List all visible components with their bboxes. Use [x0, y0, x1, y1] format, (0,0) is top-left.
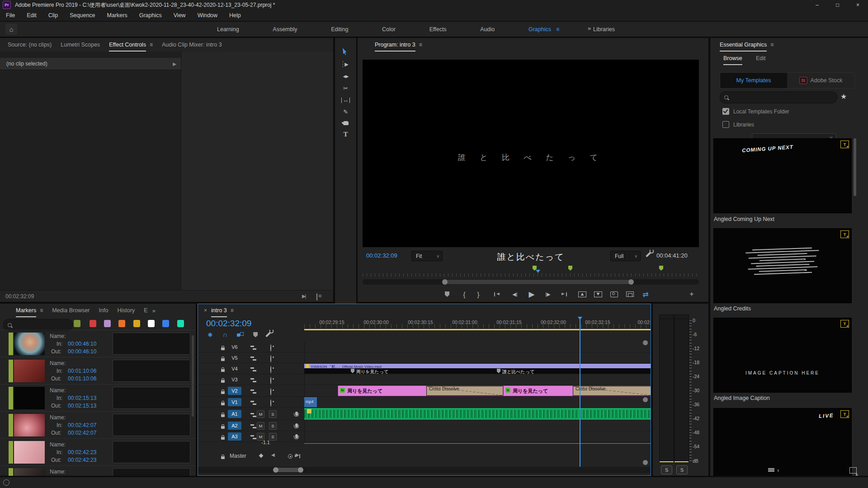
tab-effect-controls[interactable]: Effect Controls — [109, 42, 146, 52]
out-timecode[interactable]: 00:02:42:07 — [68, 430, 96, 436]
marker-comment-box[interactable] — [113, 441, 190, 463]
mark-out-button[interactable]: } — [473, 289, 483, 299]
add-button[interactable]: + — [687, 289, 697, 299]
my-templates-toggle[interactable]: My Templates — [720, 72, 788, 89]
program-playhead-icon[interactable] — [536, 270, 540, 273]
out-timecode[interactable]: 00:02:42:23 — [68, 457, 96, 463]
marker-comment-box[interactable] — [113, 414, 190, 436]
solo-left-button[interactable]: S — [661, 465, 672, 474]
add-marker-icon[interactable] — [253, 332, 258, 338]
menu-edit[interactable]: Edit — [21, 12, 42, 19]
program-ruler-ticks[interactable] — [363, 273, 699, 277]
workspace-graphics[interactable]: Graphics — [528, 26, 551, 33]
add-keyframe-icon[interactable] — [288, 454, 292, 459]
libraries-checkbox[interactable] — [722, 121, 729, 128]
clip-marker-icon[interactable] — [351, 369, 354, 373]
templates-scrollbar[interactable] — [854, 138, 856, 196]
solo-button[interactable]: S — [269, 422, 277, 430]
tab-history[interactable]: History — [117, 307, 135, 314]
program-marker-strip[interactable] — [363, 266, 699, 274]
workspace-menu-icon[interactable]: ≡ — [556, 26, 559, 33]
new-layer-icon[interactable] — [849, 467, 857, 474]
adobe-stock-toggle[interactable]: St Adobe Stock — [787, 72, 855, 89]
marker-list-item[interactable]: Name: In: 00:00:46:10 Out: 00:00:46:10 — [0, 330, 196, 357]
lock-icon[interactable] — [221, 391, 225, 394]
menu-help[interactable]: Help — [223, 12, 247, 19]
audio-clip[interactable] — [304, 408, 651, 420]
selection-tool-icon[interactable] — [343, 48, 349, 55]
timeline-panel-menu-icon[interactable]: ≡ — [231, 307, 234, 314]
go-to-in-button[interactable] — [492, 289, 502, 299]
graphic-clip[interactable]: fx 周りを見たって Cross Dissolve — [503, 385, 651, 396]
play-in-out-icon[interactable]: ▶| — [302, 293, 305, 299]
track-visibility-eye-icon[interactable] — [270, 377, 271, 384]
close-sequence-icon[interactable]: × — [204, 307, 207, 314]
essential-graphics-menu-icon[interactable]: ≡ — [770, 42, 774, 48]
hand-tool-icon[interactable] — [343, 121, 349, 125]
template-thumb-live[interactable]: LIVE T — [713, 408, 852, 476]
lock-icon[interactable] — [221, 347, 225, 350]
menu-file[interactable]: File — [0, 12, 21, 19]
nest-toggle-icon[interactable]: ∗ — [207, 330, 213, 339]
lock-icon[interactable] — [221, 426, 225, 429]
sequence-marker-icon[interactable] — [659, 266, 663, 271]
cross-dissolve-transition[interactable]: Cross Dissolve — [426, 386, 503, 396]
track-height-handle[interactable] — [643, 460, 648, 465]
track-name[interactable]: A1 — [228, 410, 241, 418]
timeline-playhead[interactable] — [580, 317, 580, 467]
sync-lock-icon[interactable] — [250, 435, 256, 439]
timeline-horizontal-scrollbar[interactable] — [198, 467, 651, 473]
expand-arrow-icon[interactable]: ▶ — [173, 61, 176, 66]
template-thumb-image-caption[interactable]: IMAGE CAPTION HERE T — [713, 318, 852, 393]
tab-info[interactable]: Info — [99, 307, 108, 314]
sync-lock-icon[interactable] — [250, 346, 256, 350]
marker-list-item[interactable]: Name: In: 00:02:42:23 Out: 00:02:42:23 — [0, 438, 196, 466]
voiceover-mic-icon[interactable] — [295, 423, 298, 427]
sequence-tab[interactable]: intro 3 — [211, 307, 227, 317]
in-timecode[interactable]: 00:02:15:13 — [68, 395, 96, 401]
in-timecode[interactable]: 00:02:42:23 — [68, 449, 96, 455]
marker-comment-box[interactable] — [113, 468, 190, 476]
sequence-marker-icon[interactable] — [568, 266, 572, 271]
lock-icon[interactable] — [221, 414, 225, 417]
tab-source[interactable]: Source: (no clips) — [8, 42, 52, 48]
minimize-button[interactable]: – — [807, 0, 827, 10]
marker-list-item[interactable]: Name: In: 00:02:15:13 Out: 00:02:15:13 — [0, 384, 196, 412]
step-back-button[interactable]: ◀| — [510, 289, 520, 299]
marker-list-item[interactable]: Name: In: 00:03:09:26 Out: 00:03:09:26 — [0, 465, 196, 476]
tab-lumetri-scopes[interactable]: Lumetri Scopes — [61, 42, 100, 48]
timeline-timecode[interactable]: 00:02:32:09 — [206, 319, 251, 328]
global-fx-mute-button[interactable]: ⇄ — [641, 289, 651, 299]
libraries-row[interactable]: Libraries — [722, 121, 754, 128]
menu-sequence[interactable]: Sequence — [64, 12, 101, 19]
in-timecode[interactable]: 00:00:46:10 — [68, 341, 96, 347]
sync-lock-icon[interactable] — [250, 389, 256, 394]
marker-color-swatch[interactable] — [74, 320, 80, 327]
sync-lock-icon[interactable] — [250, 357, 256, 361]
marker-list-item[interactable]: Name: In: 00:02:42:07 Out: 00:02:42:07 — [0, 411, 196, 439]
out-timecode[interactable]: 00:00:46:10 — [68, 348, 96, 355]
cross-dissolve-transition[interactable]: Cross Dissolve — [573, 386, 651, 396]
track-name[interactable]: V5 — [228, 354, 241, 362]
solo-button[interactable]: S — [269, 410, 277, 418]
play-button[interactable]: ▶ — [527, 289, 537, 299]
workspace-editing[interactable]: Editing — [331, 26, 348, 33]
workspace-audio[interactable]: Audio — [480, 26, 495, 33]
menu-clip[interactable]: Clip — [42, 12, 64, 19]
tab-effects-clipped[interactable]: E — [144, 307, 147, 314]
template-search-input[interactable] — [720, 91, 837, 103]
step-forward-button[interactable]: |▶ — [543, 289, 553, 299]
program-current-timecode[interactable]: 00:02:32:09 — [366, 252, 397, 259]
linked-selection-icon[interactable] — [237, 332, 244, 337]
marker-color-swatch[interactable] — [162, 320, 169, 327]
workspace-assembly[interactable]: Assembly — [273, 26, 297, 33]
lock-icon[interactable] — [221, 403, 225, 405]
tab-edit[interactable]: Edit — [756, 55, 766, 61]
tab-browse[interactable]: Browse — [723, 55, 742, 65]
sync-lock-icon[interactable] — [250, 401, 256, 405]
keyframe-icon[interactable] — [259, 454, 264, 458]
local-templates-checkbox[interactable] — [722, 108, 729, 115]
marker-search-field[interactable] — [14, 321, 71, 328]
clip-marker-icon[interactable] — [497, 369, 500, 373]
program-monitor-title[interactable]: Program: intro 3 — [375, 42, 415, 52]
